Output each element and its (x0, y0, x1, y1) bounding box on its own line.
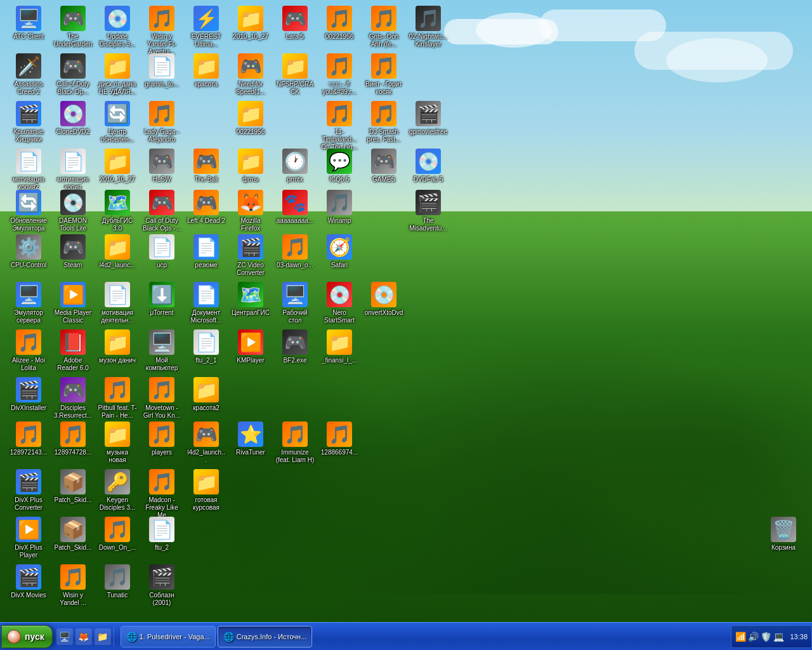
desktop-icon-l4d2-launch[interactable]: 📁l4d2_launc... (95, 232, 140, 272)
desktop-icon-adobe-reader[interactable]: 📕Adobe Reader 6.0 (51, 327, 95, 375)
desktop-icon-daemon-tools[interactable]: 💿DAEMON Tools Lite (51, 187, 95, 235)
security-icon[interactable]: 🛡️ (761, 632, 771, 642)
desktop-icon-disc-dana[interactable]: 📁диск от дана НЕ УДАЛЯ... (95, 51, 140, 98)
desktop-icon-wisin-yandel[interactable]: 🎵Wisin y Yandel Ft-Aventur... (140, 3, 184, 58)
desktop-icon-03-dawn[interactable]: 🎵03-dawn_o... (273, 232, 317, 272)
taskbar-task-2[interactable]: 🌐 Crazys.Info - Источн... (218, 626, 313, 647)
desktop-icon-ucp[interactable]: 📄ucp (140, 232, 184, 272)
desktop-icon-motivaciya2[interactable]: 📄мотивация копия2 (6, 146, 51, 194)
desktop-icon-lara5[interactable]: 🎮Lara 5 (273, 3, 317, 43)
desktop-icon-00221956-2[interactable]: 📁00221956 (228, 98, 273, 138)
desktop-icon-l4d2-launch2[interactable]: 🎮l4d2_launch... (184, 419, 228, 467)
desktop-icon-alizee[interactable]: 🎵Alizee - Moi Lolita (6, 327, 51, 375)
desktop-icon-centralgis[interactable]: 🗺️ЦентралГИС (228, 279, 273, 319)
desktop-icon-if-you[interactable]: 🎵□□□ - If you&#39;r... (317, 51, 362, 98)
desktop-icon-kmplayer[interactable]: ▶️KMPlayer (228, 327, 273, 367)
desktop-icon-centr-obnovl[interactable]: 🔄Центр обновлен... (95, 98, 140, 146)
desktop-icon-nightwis[interactable]: 🎵02-Nightwis... Kinslayer (406, 3, 450, 51)
desktop-icon-steam[interactable]: 🎮Steam (51, 232, 95, 272)
firefox-tray-icon[interactable]: 🦊 (75, 628, 92, 645)
desktop-icon-rivatuner[interactable]: ⭐RivaTuner (228, 419, 273, 459)
desktop-icon-convertx[interactable]: 💿onvertXtoDvd (362, 279, 406, 319)
desktop-icon-undergarden[interactable]: 🎮The UnderGarden (51, 3, 95, 51)
desktop-icon-rabochiy-stol[interactable]: 🖥️Рабочий стол (273, 279, 317, 327)
desktop-icon-soblazn[interactable]: 🎬Соблазн (2001) (140, 562, 184, 609)
desktop-icon-disciples3-res[interactable]: 🎮Disciples 3.Resurrect... (51, 375, 95, 422)
desktop-icon-players[interactable]: 🎵players (140, 419, 184, 459)
desktop-icon-finansi[interactable]: 📁_finansi_l_... (317, 327, 362, 367)
desktop-icon-divx-installer[interactable]: 🎬DivXInstaller (6, 375, 51, 415)
desktop-icon-dubygis[interactable]: 🗺️ДубльГИС 3.0 (95, 187, 140, 235)
desktop-icon-zc-video[interactable]: 🎬ZC Video Converter (228, 232, 273, 279)
desktop-icon-prmtx[interactable]: 🕐prmtx (273, 146, 317, 186)
desktop-icon-motivaciya-deyat[interactable]: 📄мотивация деятельн... (95, 279, 140, 327)
desktop-icon-00221956[interactable]: 🎵00221956 (317, 3, 362, 43)
desktop-icon-disciples3-update[interactable]: 💿Update Disciples 3... (95, 3, 140, 51)
desktop-icon-tunatic[interactable]: 🎵Tunatic (95, 562, 140, 602)
desktop-icon-muzondanich[interactable]: 📁музон данич (95, 327, 140, 367)
desktop-icon-patch-skid2[interactable]: 📦Patch_Skid... (51, 514, 95, 554)
desktop-icon-grits-ooh[interactable]: 🎵Grits--Ooh Ahh (fe... (362, 3, 406, 51)
desktop-icon-rezyume[interactable]: 📄резюме (184, 232, 228, 272)
desktop-icon-patch-skid[interactable]: 📦Patch_Skid... (51, 467, 95, 507)
start-button[interactable]: пуск (1, 625, 53, 648)
desktop-icon-wisin-yandel2[interactable]: 🎵Wisin y Yandel ... (51, 562, 95, 609)
desktop-icon-korzina[interactable]: 🗑️Корзина (761, 514, 806, 554)
desktop-icon-clonedvd2[interactable]: 💿CloneDVD2 (51, 98, 95, 138)
desktop-icon-safari[interactable]: 🧭Safari (317, 232, 362, 272)
desktop-icon-utorrent[interactable]: ⬇️μTorrent (140, 279, 184, 319)
desktop-icon-motivaciya[interactable]: 📄мотивация копия (51, 146, 95, 194)
desktop-icon-doc-microsoft[interactable]: 📄Документ Microsoft... (184, 279, 228, 327)
desktop-icon-hlsw[interactable]: 🎮HLSW (140, 146, 184, 186)
desktop-icon-vint[interactable]: 🎵Винт - Горит косяк (362, 51, 406, 98)
desktop-icon-2010-10-27-2[interactable]: 📁2010_10_27 (95, 146, 140, 186)
desktop-icon-krylatye[interactable]: 🎬Крылатые Хищники (6, 98, 51, 146)
desktop-icon-bf2exe[interactable]: 🎮BF2.exe (273, 327, 317, 367)
desktop-icon-cod-black-ops[interactable]: 🎮Call of Duty Black Op... (51, 51, 95, 98)
desktop-icon-divx-plus-conv[interactable]: 🎬DivX Plus Converter (6, 467, 51, 514)
show-desktop-icon[interactable]: 🖥️ (56, 628, 73, 645)
desktop-icon-need-for-speed[interactable]: 🎮Need for Speed(1... (228, 51, 273, 98)
desktop-icon-keygen[interactable]: 🔑Keygen Disciples 3... (95, 467, 140, 514)
desktop-icon-games[interactable]: 🎮GAMES (362, 146, 406, 186)
network-icon[interactable]: 📶 (735, 632, 746, 642)
desktop-icon-cpu-control[interactable]: ⚙️CPU-Control (6, 232, 51, 272)
desktop-icon-left4dead2[interactable]: 🎮Left 4 Dead 2 (184, 187, 228, 227)
desktop-icon-dj-smash[interactable]: 🎵DJ Smash pres. Fast... (362, 98, 406, 146)
desktop-icon-lady-gaga[interactable]: 🎵Lady Gaga - Alejandro (140, 98, 184, 146)
desktop-icon-misadventu[interactable]: 🎬The Misadventu... (406, 187, 450, 235)
folder-tray-icon[interactable]: 📁 (95, 628, 111, 645)
desktop-icon-gramm-to[interactable]: 📄gramm_to... (140, 51, 184, 91)
desktop-icon-divx-plus-player[interactable]: ▶️DivX Plus Player (6, 514, 51, 562)
desktop-icon-emulator-server[interactable]: 🖥️Эмулятор сервера (6, 279, 51, 327)
desktop-icon-timbaland[interactable]: 🎵11-Timbaland... Off The Liq... (317, 98, 362, 154)
desktop-icon-nfshp-crack[interactable]: 📁NFSHP/CRACK (273, 51, 317, 98)
volume-icon[interactable]: 🔊 (748, 632, 759, 642)
desktop-icon-pitbull[interactable]: 🎵Pitbull feat. T-Pain - He... (95, 375, 140, 422)
desktop-icon-winamp[interactable]: 🎵Winamp (317, 187, 362, 227)
desktop-icon-krasota[interactable]: 📁красота (184, 51, 228, 91)
desktop-icon-media-player[interactable]: ▶️Media Player Classic (51, 279, 95, 327)
desktop-icon-ftu2-1[interactable]: 📄ftu_2_1 (184, 327, 228, 367)
desktop-icon-nero[interactable]: 💿Nero StartSmart (317, 279, 362, 327)
desktop-icon-obnovlenie[interactable]: 🔄Обновление Эмулятора (6, 187, 51, 235)
desktop-icon-firefox[interactable]: 🦊Mozilla Firefox (228, 187, 273, 235)
desktop-icon-gotovaya[interactable]: 📁готовая курсовая (184, 467, 228, 514)
desktop-icon-everest[interactable]: ⚡EVEREST Ultima... (184, 3, 228, 51)
taskbar-task-1[interactable]: 🌐 1. Pulsedriver - Vaga... (121, 626, 216, 647)
desktop-icon-divx-movies[interactable]: 🎬DivX Movies (6, 562, 51, 602)
desktop-icon-atc-client[interactable]: 🖥️ATC Client (6, 3, 51, 43)
desktop-icon-12897472[interactable]: 🎵128974728... (51, 419, 95, 459)
desktop-icon-ftu2[interactable]: 📄ftu_2 (140, 514, 184, 554)
desktop-icon-movetown[interactable]: 🎵Movetown - Girl You Kn... (140, 375, 184, 422)
desktop-icon-krasota2[interactable]: 📁красота2 (184, 375, 228, 415)
desktop-icon-icq65[interactable]: 💬ICQ6.5 (317, 146, 362, 186)
desktop-icon-12897213[interactable]: 🎵128972143... (6, 419, 51, 459)
desktop-icon-the-ball[interactable]: 🎮The Ball (184, 146, 228, 186)
desktop-icon-dvdfab5[interactable]: 💿DVDFab 5 (406, 146, 450, 186)
desktop-icon-down-on[interactable]: 🎵Down_On_... (95, 514, 140, 554)
desktop-icon-2010-10-27[interactable]: 📁2010_10_27 (228, 3, 273, 43)
desktop-icon-aaaa[interactable]: 🐾ааааааааа... (273, 187, 317, 227)
desktop-icon-gpmovies[interactable]: 🎬gpmoviesfree (406, 98, 450, 138)
desktop-icon-muzyka-novaya[interactable]: 📁музыка новая (95, 419, 140, 467)
